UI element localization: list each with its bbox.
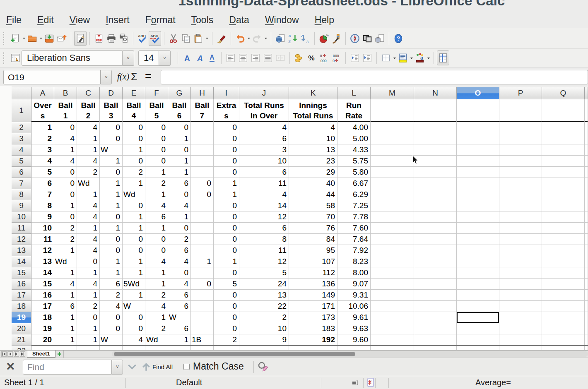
cell-K4[interactable]: 13 xyxy=(289,144,337,156)
cell-H10[interactable] xyxy=(191,211,214,223)
row-header-10[interactable]: 10 xyxy=(12,211,31,223)
cell-H19[interactable] xyxy=(191,312,214,323)
cell-C6[interactable]: 2 xyxy=(77,167,100,178)
cell-K11[interactable]: 76 xyxy=(289,223,337,234)
row-header-1[interactable]: 1 xyxy=(12,99,31,122)
cell-H9[interactable] xyxy=(191,200,214,211)
cell-A2[interactable]: 1 xyxy=(31,122,54,133)
cell-A19[interactable]: 18 xyxy=(31,312,54,323)
cell-F8[interactable]: 1 xyxy=(145,189,168,200)
cell-N18[interactable] xyxy=(414,301,457,312)
cell-B12[interactable]: 2 xyxy=(54,234,77,245)
cell-E13[interactable]: 0 xyxy=(123,245,145,256)
column-header-D[interactable]: D xyxy=(100,87,123,99)
cell-L13[interactable]: 7.92 xyxy=(337,245,371,256)
cell-A18[interactable]: 17 xyxy=(31,301,54,312)
cell-M10[interactable] xyxy=(371,211,414,223)
cell-H7[interactable]: 0 xyxy=(191,178,214,189)
column-header-N[interactable]: N xyxy=(414,87,457,99)
cell-I15[interactable]: 0 xyxy=(214,267,239,279)
cell-B5[interactable]: 4 xyxy=(54,156,77,167)
menu-format[interactable]: Format xyxy=(137,12,183,28)
cell-Q9[interactable] xyxy=(542,200,585,211)
cell-L9[interactable]: 7.25 xyxy=(337,200,371,211)
cell-sliver-1[interactable] xyxy=(585,99,588,122)
cell-A21[interactable]: 20 xyxy=(31,334,54,346)
cell-L15[interactable]: 8.00 xyxy=(337,267,371,279)
column-header-P[interactable]: P xyxy=(499,87,542,99)
menu-view[interactable]: View xyxy=(62,12,98,28)
cell-N12[interactable] xyxy=(414,234,457,245)
delete-decimal-icon[interactable]: .0000 xyxy=(330,50,342,65)
menu-data[interactable]: Data xyxy=(221,12,257,28)
column-header-J[interactable]: J xyxy=(239,87,289,99)
cell-M8[interactable] xyxy=(371,189,414,200)
row-header-20[interactable]: 20 xyxy=(12,323,31,334)
cell-D17[interactable]: 2 xyxy=(100,290,123,301)
cell-O15[interactable] xyxy=(457,267,499,279)
cell-F7[interactable]: 2 xyxy=(145,178,168,189)
cell-M3[interactable] xyxy=(371,133,414,144)
cell-N11[interactable] xyxy=(414,223,457,234)
cell-E6[interactable]: 2 xyxy=(123,167,145,178)
cell-I18[interactable]: 0 xyxy=(214,301,239,312)
cell-N8[interactable] xyxy=(414,189,457,200)
cell-H21[interactable]: 1B xyxy=(191,334,214,346)
cell-C8[interactable]: 1 xyxy=(77,189,100,200)
cell-E1[interactable]: Ball 4 xyxy=(123,99,145,122)
cell-L3[interactable]: 5.00 xyxy=(337,133,371,144)
cell-H17[interactable] xyxy=(191,290,214,301)
cell-J21[interactable]: 9 xyxy=(239,334,289,346)
cell-M17[interactable] xyxy=(371,290,414,301)
menu-edit[interactable]: Edit xyxy=(29,12,62,28)
cell-I20[interactable]: 0 xyxy=(214,323,239,334)
cell-P22[interactable] xyxy=(499,346,542,350)
cell-C14[interactable]: 0 xyxy=(77,256,100,267)
column-header-K[interactable]: K xyxy=(289,87,337,99)
cell-L22[interactable] xyxy=(337,346,371,350)
cell-A10[interactable]: 9 xyxy=(31,211,54,223)
cell-B6[interactable]: 0 xyxy=(54,167,77,178)
cell-O12[interactable] xyxy=(457,234,499,245)
cell-E15[interactable]: 1 xyxy=(123,267,145,279)
cell-O5[interactable] xyxy=(457,156,499,167)
cell-E7[interactable]: 1 xyxy=(123,178,145,189)
cell-B18[interactable]: 6 xyxy=(54,301,77,312)
cell-B3[interactable]: 4 xyxy=(54,133,77,144)
row-header-14[interactable]: 14 xyxy=(12,256,31,267)
cell-C13[interactable]: 4 xyxy=(77,245,100,256)
find-and-replace-icon[interactable] xyxy=(257,360,269,375)
average-status[interactable]: Average= xyxy=(475,378,511,387)
new-document-dropdown-arrow[interactable] xyxy=(22,31,26,46)
cell-L16[interactable]: 9.07 xyxy=(337,279,371,290)
cell-M21[interactable] xyxy=(371,334,414,346)
row-header-4[interactable]: 4 xyxy=(12,144,31,156)
cell-F19[interactable]: 1 xyxy=(145,312,168,323)
cell-F5[interactable]: 0 xyxy=(145,156,168,167)
sum-icon[interactable]: Σ xyxy=(131,71,137,83)
cell-K5[interactable]: 23 xyxy=(289,156,337,167)
cell-M19[interactable] xyxy=(371,312,414,323)
previous-sheet-icon[interactable] xyxy=(7,351,13,357)
cell-G19[interactable]: W xyxy=(168,312,191,323)
cell-E21[interactable]: 4 xyxy=(123,334,145,346)
cell-I10[interactable]: 0 xyxy=(214,211,239,223)
borders-icon[interactable] xyxy=(380,50,392,65)
cell-Q7[interactable] xyxy=(542,178,585,189)
cell-E8[interactable]: Wd xyxy=(123,189,145,200)
cell-C22[interactable] xyxy=(77,346,100,350)
cell-G9[interactable]: 4 xyxy=(168,200,191,211)
hyperlink-icon[interactable] xyxy=(274,31,287,46)
function-wizard-icon[interactable]: f(x) xyxy=(117,72,129,82)
cell-sliver-16[interactable] xyxy=(585,279,588,290)
percent-icon[interactable]: % xyxy=(305,50,318,65)
cell-Q17[interactable] xyxy=(542,290,585,301)
cell-Q15[interactable] xyxy=(542,267,585,279)
cell-B16[interactable]: 4 xyxy=(54,279,77,290)
cell-E10[interactable]: 1 xyxy=(123,211,145,223)
cell-A14[interactable]: 13 xyxy=(31,256,54,267)
cell-L4[interactable]: 4.33 xyxy=(337,144,371,156)
cell-B17[interactable]: 1 xyxy=(54,290,77,301)
cell-J6[interactable]: 6 xyxy=(239,167,289,178)
cell-J20[interactable]: 10 xyxy=(239,323,289,334)
